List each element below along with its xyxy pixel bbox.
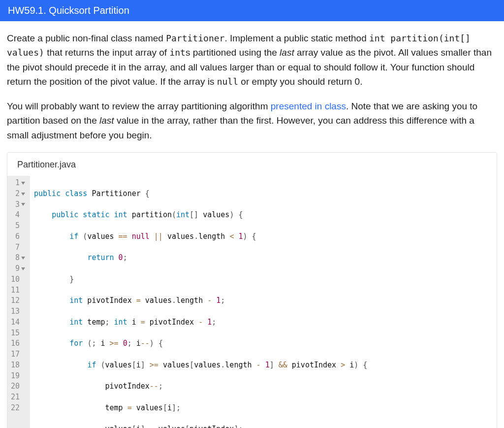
code-area[interactable]: 1 2 3 4 5 6 7 8 9 10 11 12 13 14 15 16 1… xyxy=(7,176,497,428)
fold-icon[interactable] xyxy=(21,193,25,196)
page-header: HW59.1. Quicksort Partition xyxy=(0,0,504,21)
code-line: public class Partitioner { xyxy=(34,189,367,199)
emphasis: last xyxy=(280,47,294,58)
code-line: public static int partition(int[] values… xyxy=(34,210,367,221)
inline-code: int xyxy=(169,47,186,58)
code-line: return 0; xyxy=(34,253,367,263)
inline-code: null xyxy=(217,76,238,87)
editor-filename-tab[interactable]: Partitioner.java xyxy=(7,153,497,176)
fold-icon[interactable] xyxy=(21,257,25,260)
problem-statement: Create a public non-final class named Pa… xyxy=(7,31,497,142)
presented-in-class-link[interactable]: presented in class xyxy=(271,101,346,111)
code-line: if (values[i] >= values[values.length - … xyxy=(34,360,367,371)
line-number-gutter: 1 2 3 4 5 6 7 8 9 10 11 12 13 14 15 16 1… xyxy=(7,176,30,428)
code-text[interactable]: public class Partitioner { public static… xyxy=(30,176,367,428)
paragraph-2: You will probably want to review the arr… xyxy=(7,99,497,142)
inline-code: Partitioner xyxy=(166,33,224,43)
emphasis: last xyxy=(99,115,114,126)
page-title: HW59.1. Quicksort Partition xyxy=(8,5,129,16)
code-line: pivotIndex--; xyxy=(34,381,367,392)
code-line: values[i] = values[pivotIndex]; xyxy=(34,424,367,428)
fold-icon[interactable] xyxy=(21,182,25,185)
fold-icon[interactable] xyxy=(21,203,25,206)
fold-icon[interactable] xyxy=(21,267,25,270)
code-line: } xyxy=(34,274,367,285)
code-line: int pivotIndex = values.length - 1; xyxy=(34,296,367,306)
code-line: int temp; int i = pivotIndex - 1; xyxy=(34,317,367,328)
problem-content: Create a public non-final class named Pa… xyxy=(0,21,504,428)
code-line: temp = values[i]; xyxy=(34,403,367,414)
code-line: for (; i >= 0; i--) { xyxy=(34,338,367,349)
code-editor: Partitioner.java 1 2 3 4 5 6 7 8 9 10 11… xyxy=(7,152,497,428)
code-line: if (values == null || values.length < 1)… xyxy=(34,231,367,242)
paragraph-1: Create a public non-final class named Pa… xyxy=(7,31,497,89)
